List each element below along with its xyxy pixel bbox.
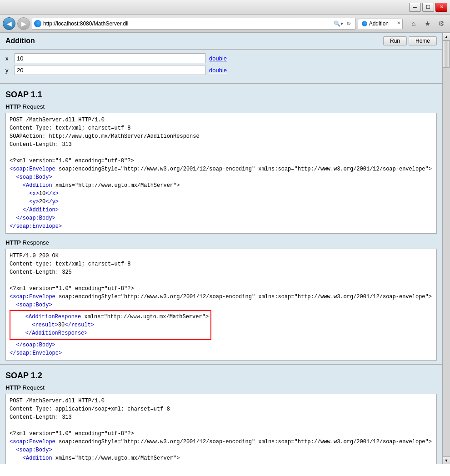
scroll-down-button[interactable]: ▼: [443, 456, 450, 464]
form-area: x double y double: [0, 50, 442, 80]
x-label: x: [5, 55, 15, 62]
tab-ie-icon: [362, 21, 367, 26]
soap11-response-box: HTTP/1.0 200 OK Content-type: text/xml; …: [5, 249, 437, 361]
x-row: x double: [5, 53, 437, 63]
highlighted-result: <AdditionResponse xmlns="http://www.ugto…: [10, 310, 211, 340]
soap12-title: SOAP 1.2: [0, 367, 442, 382]
soap11-req-body-close: </soap:Body>: [10, 214, 433, 222]
soap11-req-line4: Content-Length: 313: [10, 140, 433, 149]
soap11-resp-line3: Content-Length: 325: [10, 268, 433, 276]
soap11-resp-addition-resp-close: </AdditionResponse>: [12, 329, 209, 337]
soap11-request-box: POST /MathServer.dll HTTP/1.0 Content-Ty…: [5, 113, 437, 234]
scrollbar[interactable]: ▲ ▼: [442, 33, 450, 464]
http-soap12-label: HTTP: [5, 384, 21, 391]
soap11-req-envelope-close: </soap:Envelope>: [10, 222, 433, 230]
soap11-resp-line1: HTTP/1.0 200 OK: [10, 252, 433, 260]
soap11-resp-envelope: <soap:Envelope soap:encodingStyle="http:…: [10, 293, 433, 301]
soap12-req-body-open: <soap:Body>: [10, 446, 433, 454]
page-area: Addition Run Home x double y double SOAP…: [0, 33, 450, 464]
forward-button[interactable]: ▶: [17, 17, 30, 30]
divider-2: [0, 364, 442, 365]
url-text: http://localhost:8080/MathServer.dll: [43, 20, 334, 27]
ie-icon: [34, 20, 41, 27]
restore-button[interactable]: ☐: [422, 3, 434, 12]
home-button[interactable]: Home: [409, 36, 437, 45]
close-button[interactable]: ✕: [435, 3, 447, 12]
soap11-resp-result: <result>30</result>: [12, 321, 209, 329]
browser-titlebar: ─ ☐ ✕: [0, 0, 450, 15]
soap11-resp-envelope-close: </soap:Envelope>: [10, 349, 433, 357]
page-title: Addition: [5, 37, 35, 45]
soap11-req-line1: POST /MathServer.dll HTTP/1.0: [10, 116, 433, 124]
refresh-button[interactable]: ↻: [344, 19, 354, 29]
soap11-resp-highlighted: <AdditionResponse xmlns="http://www.ugto…: [10, 309, 433, 341]
soap11-req-line2: Content-Type: text/xml; charset=utf-8: [10, 124, 433, 132]
soap12-req-xml-decl: <?xml version="1.0" encoding="utf-8"?>: [10, 430, 433, 438]
soap11-response-label: HTTP Response: [0, 237, 442, 247]
scroll-track[interactable]: [443, 40, 450, 456]
http-resp-label: HTTP: [5, 239, 21, 246]
browser-toolbar: ◀ ▶ http://localhost:8080/MathServer.dll…: [0, 15, 450, 33]
soap11-resp-xml-decl: <?xml version="1.0" encoding="utf-8"?>: [10, 285, 433, 293]
request-text: Request: [23, 103, 45, 110]
run-button[interactable]: Run: [383, 36, 407, 45]
x-input[interactable]: [15, 53, 205, 63]
soap11-resp-body-open: <soap:Body>: [10, 301, 433, 309]
soap12-request-box: POST /MathServer.dll HTTP/1.0 Content-Ty…: [5, 394, 437, 464]
header-buttons: Run Home: [383, 36, 437, 45]
soap11-req-x: <x>10</x>: [10, 190, 433, 198]
soap12-req-line1: POST /MathServer.dll HTTP/1.0: [10, 397, 433, 405]
soap12-req-line2: Content-Type: application/soap+xml; char…: [10, 405, 433, 413]
soap11-req-line3: SOAPAction: http://www.ugto.mx/MathServe…: [10, 132, 433, 140]
soap12-req-x: <x>10</x>: [10, 462, 433, 464]
soap11-resp-line2: Content-type: text/xml; charset=utf-8: [10, 260, 433, 268]
back-button[interactable]: ◀: [3, 17, 15, 30]
soap11-req-xml-decl: <?xml version="1.0" encoding="utf-8"?>: [10, 157, 433, 165]
soap11-req-addition-open: <Addition xmlns="http://www.ugto.mx/Math…: [10, 181, 433, 190]
page-content: Addition Run Home x double y double SOAP…: [0, 33, 442, 464]
address-bar[interactable]: http://localhost:8080/MathServer.dll 🔍▾ …: [32, 18, 356, 30]
favorites-button[interactable]: ★: [421, 17, 434, 30]
soap11-resp-addition-resp-open: <AdditionResponse xmlns="http://www.ugto…: [12, 313, 209, 321]
y-input[interactable]: [15, 65, 205, 75]
settings-button[interactable]: ⚙: [435, 17, 447, 30]
scroll-thumb[interactable]: [443, 40, 450, 68]
soap12-req-envelope: <soap:Envelope soap:encodingStyle="http:…: [10, 438, 433, 446]
response-text: Response: [21, 239, 49, 246]
soap11-req-body-open: <soap:Body>: [10, 173, 433, 181]
soap11-resp-body-close: </soap:Body>: [10, 341, 433, 349]
divider-1: [0, 83, 442, 84]
home-toolbar-button[interactable]: ⌂: [407, 17, 420, 30]
soap11-req-envelope: <soap:Envelope soap:encodingStyle="http:…: [10, 165, 433, 173]
soap12-request-text: Request: [21, 384, 45, 391]
http-label: HTTP: [5, 103, 21, 110]
y-row: y double: [5, 65, 437, 75]
soap11-req-y: <y>20</y>: [10, 198, 433, 206]
y-label: y: [5, 67, 15, 74]
soap12-req-addition-open: <Addition xmlns="http://www.ugto.mx/Math…: [10, 454, 433, 462]
y-type[interactable]: double: [209, 67, 227, 74]
scroll-up-button[interactable]: ▲: [443, 33, 450, 40]
page-header: Addition Run Home: [0, 33, 442, 50]
soap12-request-label: HTTP Request: [0, 382, 442, 392]
browser-toolbar-right: ⌂ ★ ⚙: [407, 17, 447, 30]
tab-title: Addition: [369, 20, 389, 27]
soap11-request-label: HTTP Request: [0, 101, 442, 111]
soap12-req-line3: Content-Length: 313: [10, 413, 433, 421]
address-search-button[interactable]: 🔍▾: [334, 19, 344, 29]
soap11-title: SOAP 1.1: [0, 86, 442, 101]
browser-tab[interactable]: Addition ✕: [358, 19, 403, 29]
tab-close-icon[interactable]: ✕: [397, 20, 400, 25]
soap11-req-addition-close: </Addition>: [10, 206, 433, 214]
x-type[interactable]: double: [209, 55, 227, 62]
minimize-button[interactable]: ─: [409, 3, 421, 12]
